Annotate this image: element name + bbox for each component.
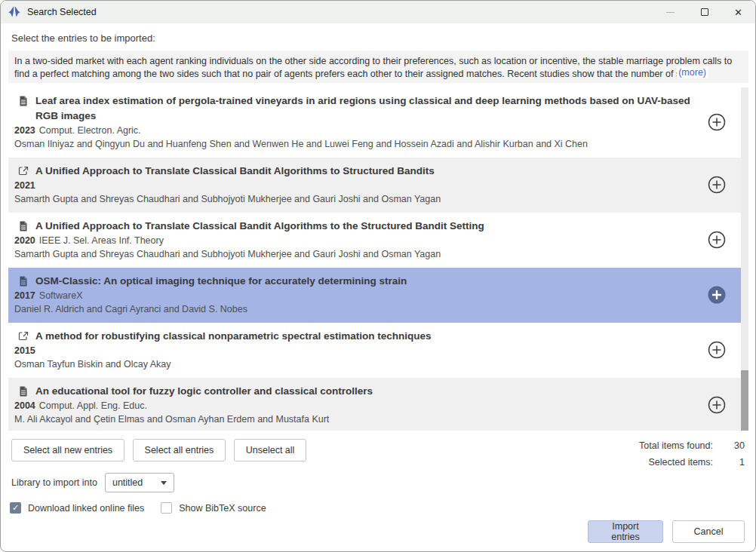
maximize-button[interactable] — [687, 1, 721, 23]
file-text-icon — [17, 275, 29, 287]
entry-authors: M. Ali Akcayol and Çetin Elmas and Osman… — [14, 412, 700, 426]
entry-row-selected[interactable]: OSM-Classic: An optical imaging techniqu… — [8, 268, 741, 323]
close-button[interactable]: ✕ — [721, 1, 755, 23]
titlebar: Search Selected ✕ — [1, 1, 755, 23]
window-title: Search Selected — [27, 7, 653, 17]
entry-row[interactable]: A Unified Approach to Translate Classica… — [8, 213, 741, 268]
entry-title: OSM-Classic: An optical imaging techniqu… — [35, 274, 407, 289]
entry-title: A Unified Approach to Translate Classica… — [35, 164, 435, 179]
select-all-new-entries-button[interactable]: Select all new entries — [11, 439, 124, 462]
entry-title: A method for robustifying classical nonp… — [35, 329, 432, 344]
show-bibtex-checkbox[interactable] — [161, 502, 172, 514]
entry-journal: Comput. Appl. Eng. Educ. — [39, 400, 147, 411]
entry-authors: Osman Ilniyaz and Qingyun Du and Huanfen… — [14, 137, 700, 151]
download-files-checkbox[interactable]: ✓ — [10, 502, 21, 514]
entry-year: 2004 — [14, 400, 35, 411]
entry-year: 2015 — [14, 345, 35, 356]
entry-title: Leaf area index estimation of pergola-tr… — [35, 94, 700, 124]
entry-authors: Osman Tayfun Biskin and Olcay Akay — [14, 357, 700, 371]
entry-year: 2021 — [14, 180, 35, 191]
add-entry-button[interactable] — [706, 394, 727, 416]
total-items-label: Total items found: — [639, 440, 713, 451]
import-options: ✓ Download linked online files Show BibT… — [10, 502, 745, 514]
file-text-icon — [17, 95, 29, 107]
scrollbar-thumb[interactable] — [741, 370, 748, 431]
file-text-icon — [17, 220, 29, 232]
chevron-down-icon — [161, 481, 167, 485]
entry-year: 2023 — [14, 125, 35, 136]
selected-items-value: 1 — [722, 457, 745, 468]
more-link[interactable]: (more) — [677, 66, 708, 79]
list-scrollbar[interactable] — [741, 87, 748, 431]
entry-row[interactable]: Leaf area index estimation of pergola-tr… — [8, 87, 741, 158]
unselect-all-button[interactable]: Unselect all — [234, 439, 307, 462]
import-entries-button[interactable]: Import entries — [588, 520, 663, 543]
external-link-icon — [17, 330, 29, 342]
entry-authors: Daniel R. Aldrich and Cagri Ayranci and … — [14, 302, 700, 316]
entry-row[interactable]: An educational tool for fuzzy logic cont… — [8, 378, 741, 431]
cancel-button[interactable]: Cancel — [672, 520, 745, 543]
selection-controls: Select all new entries Select all entrie… — [11, 439, 745, 463]
show-bibtex-label: Show BibTeX source — [179, 503, 266, 514]
abstract-text: In a two-sided market with each agent ra… — [14, 56, 732, 79]
add-entry-button[interactable] — [706, 229, 727, 250]
entry-list: Leaf area index estimation of pergola-tr… — [8, 87, 748, 431]
library-select[interactable]: untitled — [105, 473, 174, 492]
jabref-logo-icon — [8, 5, 21, 19]
total-items-value: 30 — [722, 440, 745, 451]
library-selector-row: Library to import into untitled — [11, 473, 745, 492]
selected-items-label: Selected items: — [639, 457, 713, 468]
library-selected-option: untitled — [112, 477, 161, 488]
close-icon: ✕ — [734, 8, 742, 17]
search-selected-dialog: Search Selected ✕ Select the entries to … — [0, 0, 756, 552]
maximize-icon — [701, 8, 708, 16]
entry-journal: IEEE J. Sel. Areas Inf. Theory — [39, 235, 164, 246]
entry-year: 2017 — [14, 290, 35, 301]
entry-authors: Samarth Gupta and Shreyas Chaudhari and … — [14, 247, 700, 261]
add-entry-button[interactable] — [706, 339, 727, 360]
entry-row[interactable]: A method for robustifying classical nonp… — [8, 323, 741, 378]
select-all-entries-button[interactable]: Select all entries — [133, 439, 226, 462]
entry-title: A Unified Approach to Translate Classica… — [35, 219, 484, 234]
entry-year: 2020 — [14, 235, 35, 246]
add-entry-button[interactable] — [706, 284, 727, 305]
minimize-button[interactable] — [653, 1, 687, 23]
entry-row[interactable]: A Unified Approach to Translate Classica… — [8, 158, 741, 213]
minimize-icon — [666, 12, 675, 13]
entry-authors: Samarth Gupta and Shreyas Chaudhari and … — [14, 192, 700, 206]
file-text-icon — [17, 385, 29, 397]
external-link-icon — [17, 165, 29, 177]
dialog-footer: Import entries Cancel — [588, 520, 745, 543]
add-entry-button[interactable] — [706, 174, 727, 195]
entry-title: An educational tool for fuzzy logic cont… — [35, 384, 373, 399]
add-entry-button[interactable] — [706, 112, 727, 133]
library-label: Library to import into — [11, 477, 97, 488]
result-stats: Total items found: 30 Selected items: 1 — [639, 440, 745, 468]
entry-journal: Comput. Electron. Agric. — [39, 125, 141, 136]
abstract-summary: In a two-sided market with each agent ra… — [8, 51, 748, 83]
entry-journal: SoftwareX — [39, 290, 83, 301]
download-files-label: Download linked online files — [28, 503, 144, 514]
prompt-label: Select the entries to be imported: — [11, 32, 745, 44]
